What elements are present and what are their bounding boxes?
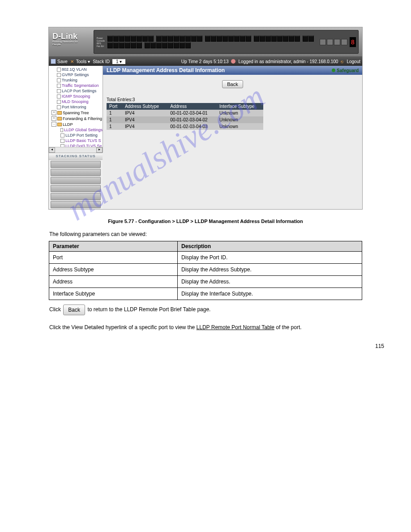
table-cell: Interface Subtype [49, 288, 178, 300]
ethernet-port [145, 42, 150, 48]
screenshot-container: D-Link Building Networks for People Powe… [48, 27, 363, 210]
stack-id-select[interactable]: 1 ▾ [112, 59, 125, 64]
sfp-port [341, 39, 347, 45]
text-fragment: Click [49, 306, 62, 313]
tree-item[interactable]: LACP Port Settings [51, 88, 103, 94]
table-row: Interface SubtypeDisplay the Interface S… [49, 288, 362, 300]
ethernet-port [228, 35, 234, 42]
tree-item[interactable]: LLDP Port Setting [51, 133, 103, 138]
column-header: Address Subtype [122, 103, 167, 110]
tree-item[interactable]: 802.1Q VLAN [51, 67, 103, 72]
tree-item[interactable]: Traffic Segmentation [51, 83, 103, 88]
ethernet-port [303, 35, 308, 42]
disk-icon [51, 59, 56, 64]
ethernet-port [156, 42, 162, 48]
intro-text: The following parameters can be viewed: [49, 231, 366, 237]
tree-hscroll[interactable]: ◂ ▸ [49, 147, 103, 153]
scroll-right-icon[interactable]: ▸ [96, 147, 103, 153]
table-cell: 1 [107, 123, 122, 130]
nav-tree: 802.1Q VLANGVRP SettingsTrunkingTraffic … [49, 66, 103, 153]
folder-icon [57, 111, 62, 115]
param-header: Description [178, 241, 362, 252]
table-cell: Address Subtype [49, 264, 178, 276]
document-icon [57, 68, 61, 72]
document-icon [60, 128, 63, 132]
tree-label: MLD Snooping [62, 99, 89, 104]
stack-id-label: Stack ID [93, 59, 110, 64]
logout-icon: ⎋ [341, 59, 345, 64]
ethernet-port [119, 35, 124, 42]
folder-icon [57, 123, 62, 126]
tree-label: LACP Port Settings [62, 89, 96, 93]
ethernet-port [168, 35, 173, 42]
ethernet-port [197, 35, 202, 42]
table-cell: Unknown [217, 123, 263, 130]
column-header: Address [167, 103, 217, 110]
table-cell: 1 [107, 110, 122, 116]
tools-menu[interactable]: ✕ Tools ▾ [70, 59, 90, 64]
led-labels: Power Console RPS Fan Err [96, 36, 106, 48]
stack-unit[interactable] [51, 169, 101, 176]
table-cell: 00-01-02-03-04-02 [167, 116, 217, 123]
tree-label: Forwarding & Filtering [63, 116, 102, 121]
login-text: Logged in as administrator, admin - 192.… [238, 59, 338, 64]
ethernet-port [131, 42, 136, 48]
stacking-panel: STACKING STATUS [49, 153, 103, 209]
content-pane: LLDP Management Address Detail Informati… [103, 66, 362, 209]
ethernet-port [260, 35, 265, 42]
table-cell: Display the Port ID. [178, 252, 362, 264]
tree-item[interactable]: GVRP Settings [51, 72, 103, 77]
safeguard-label: Safeguard [337, 68, 359, 73]
tree-item[interactable]: +Forwarding & Filtering [51, 116, 103, 121]
stack-unit[interactable] [51, 177, 101, 184]
tools-label: Tools [76, 59, 86, 64]
column-header: Interface Subtype [217, 103, 263, 110]
tree-item[interactable]: -LLDP [51, 121, 103, 127]
ethernet-port [185, 42, 191, 48]
tree-item[interactable]: Port Mirroring [51, 104, 103, 110]
text-fragment: Click the View Detailed hyperlink of a s… [49, 324, 197, 330]
scroll-left-icon[interactable]: ◂ [49, 147, 55, 153]
logout-button[interactable]: ⎋ Logout [341, 59, 360, 64]
stack-unit[interactable] [51, 193, 101, 200]
save-button[interactable]: Save [51, 59, 68, 64]
stack-id-display: 8 [349, 37, 356, 47]
logout-label: Logout [347, 59, 360, 64]
ethernet-port [205, 35, 210, 42]
expander-icon[interactable]: - [51, 122, 56, 127]
tree-item[interactable]: +Spanning Tree [51, 110, 103, 116]
stack-unit[interactable] [51, 201, 101, 208]
ethernet-port [277, 35, 283, 42]
brand-logo: D-Link Building Networks for People [49, 27, 90, 56]
ethernet-port [113, 35, 119, 42]
ethernet-port [131, 35, 136, 42]
folder-icon [57, 117, 62, 120]
tree-item[interactable]: LLDP Basic TLVS S [51, 138, 103, 143]
save-label: Save [57, 59, 68, 64]
expander-icon[interactable]: + [51, 110, 56, 115]
stack-unit[interactable] [51, 185, 101, 192]
table-cell: Display the Interface Subtype. [178, 288, 362, 300]
uptime-text: Up Time 2 days 5:10:13 [181, 59, 229, 64]
ethernet-port [185, 35, 191, 42]
table-cell: IPV4 [122, 110, 167, 116]
tree-item[interactable]: Trunking [51, 77, 103, 83]
column-header: Port [107, 103, 122, 110]
sfp-port [327, 39, 333, 45]
back-button[interactable]: Back [222, 80, 243, 88]
stack-unit[interactable] [51, 161, 101, 168]
text-fragment: to return to the LLDP Remote Port Brief … [87, 306, 210, 313]
ethernet-port [211, 35, 216, 42]
ethernet-port [180, 42, 185, 48]
tree-item[interactable]: MLD Snooping [51, 99, 103, 104]
ethernet-port [162, 35, 167, 42]
table-row: 1IPV400-01-02-03-04-01Unknown [107, 110, 263, 116]
expander-icon[interactable]: + [51, 116, 56, 121]
table-cell: Display the Address Subtype. [178, 264, 362, 276]
led-fan: Fan Err [97, 45, 105, 47]
tree-item[interactable]: LLDP Global Settings [51, 127, 103, 133]
tree-item[interactable]: IGMP Snooping [51, 94, 103, 99]
table-cell: Address [49, 276, 178, 288]
ethernet-port [223, 35, 228, 42]
wrench-icon: ✕ [70, 59, 75, 64]
